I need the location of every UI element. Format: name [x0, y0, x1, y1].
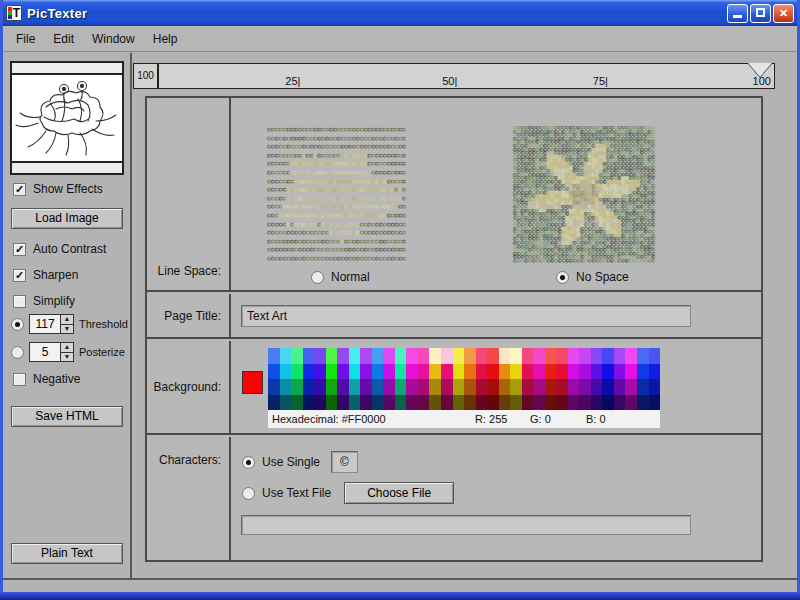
title-bar[interactable]: T PicTexter ✕	[0, 0, 800, 26]
line-space-label: Line Space:	[158, 264, 221, 278]
settings-panel: Line Space: ©©©©©©©©©©©©©©©©©©©©©©©©©©©©…	[145, 96, 763, 562]
page-title-row: Page Title:	[147, 294, 761, 339]
plain-text-button[interactable]: Plain Text	[11, 543, 123, 564]
text-file-path-input[interactable]	[241, 515, 691, 535]
show-effects-checkbox[interactable]	[13, 183, 26, 196]
use-single-option: Use Single	[242, 451, 358, 473]
sharpen-checkbox[interactable]	[13, 269, 26, 282]
ascii-art-normal: ©©©©©©©©©©©©©©©©©©©©©©©©©©©©©©©©©©©©©©©©…	[267, 126, 406, 264]
auto-contrast-row: Auto Contrast	[13, 241, 106, 257]
line-space-nospace-label: No Space	[576, 270, 629, 284]
show-effects-row: Show Effects	[13, 181, 103, 197]
palette-info-bar: Hexadecimal: #FF0000 R: 255 G: 0 B: 0	[268, 411, 660, 428]
sharpen-row: Sharpen	[13, 267, 78, 283]
menu-help[interactable]: Help	[144, 29, 187, 49]
save-html-button[interactable]: Save HTML	[11, 406, 123, 427]
client-area: Show Effects Load Image Auto Contrast Sh…	[3, 53, 797, 592]
app-icon: T	[6, 5, 22, 21]
sidebar: Show Effects Load Image Auto Contrast Sh…	[3, 53, 130, 578]
negative-checkbox[interactable]	[13, 373, 26, 386]
posterize-row: ▲ ▼ Posterize	[11, 341, 125, 363]
menu-edit[interactable]: Edit	[44, 29, 83, 49]
bottom-divider	[3, 578, 797, 580]
ruler-value-box: 100	[133, 63, 158, 89]
window-border-left	[0, 0, 3, 600]
threshold-down-arrow[interactable]: ▼	[61, 325, 73, 334]
line-space-normal-radio[interactable]	[311, 271, 324, 284]
sharpen-label: Sharpen	[33, 268, 78, 282]
use-single-label: Use Single	[262, 455, 320, 469]
menu-file[interactable]: File	[7, 29, 44, 49]
use-text-file-option: Use Text File Choose File	[242, 482, 454, 504]
line-space-nospace-radio[interactable]	[556, 271, 569, 284]
threshold-label: Threshold	[79, 318, 128, 330]
threshold-radio[interactable]	[11, 318, 24, 331]
hexadecimal-value: Hexadecimal: #FF0000	[272, 413, 386, 425]
threshold-spinner: ▲ ▼	[29, 314, 74, 334]
ruler-tick-25: 25|	[285, 75, 300, 87]
auto-contrast-checkbox[interactable]	[13, 243, 26, 256]
maximize-button[interactable]	[750, 4, 771, 23]
load-image-button[interactable]: Load Image	[11, 208, 123, 229]
ruler-tick-75: 75|	[593, 75, 608, 87]
color-palette[interactable]	[268, 348, 660, 410]
red-value: R: 255	[475, 413, 507, 425]
characters-row: Characters: Use Single Use Text File Cho…	[147, 437, 761, 560]
ruler-handle[interactable]	[748, 63, 772, 77]
choose-file-button[interactable]: Choose File	[344, 482, 454, 504]
threshold-up-arrow[interactable]: ▲	[61, 315, 73, 325]
ruler-slider[interactable]: 25| 50| 75| 100	[158, 63, 775, 89]
ascii-art-nospace: ©©©©©©©©©©©©©©©©©©©©©©©©©©©©©©©©©©©©©©©©…	[513, 126, 655, 263]
menu-window[interactable]: Window	[83, 29, 144, 49]
use-text-file-label: Use Text File	[262, 486, 331, 500]
color-palette-card: Hexadecimal: #FF0000 R: 255 G: 0 B: 0	[268, 348, 660, 428]
background-label: Background:	[154, 380, 221, 394]
use-text-file-radio[interactable]	[242, 487, 255, 500]
line-space-nospace-option: No Space	[556, 270, 629, 284]
image-preview	[10, 61, 124, 175]
source-image-drawing	[12, 77, 122, 161]
posterize-down-arrow[interactable]: ▼	[61, 353, 73, 362]
negative-label: Negative	[33, 372, 80, 386]
posterize-label: Posterize	[79, 346, 125, 358]
ruler-tick-50: 50|	[442, 75, 457, 87]
blue-value: B: 0	[586, 413, 606, 425]
close-button[interactable]: ✕	[773, 4, 794, 23]
simplify-row: Simplify	[13, 293, 75, 309]
posterize-radio[interactable]	[11, 346, 24, 359]
window-title: PicTexter	[27, 6, 87, 21]
line-space-row: Line Space: ©©©©©©©©©©©©©©©©©©©©©©©©©©©©…	[147, 98, 761, 292]
line-space-normal-label: Normal	[331, 270, 370, 284]
posterize-up-arrow[interactable]: ▲	[61, 343, 73, 353]
characters-label: Characters:	[159, 453, 221, 467]
green-value: G: 0	[530, 413, 551, 425]
posterize-value-input[interactable]	[30, 343, 60, 361]
sidebar-divider	[130, 53, 132, 578]
threshold-value-input[interactable]	[30, 315, 60, 333]
minimize-button[interactable]	[727, 4, 748, 23]
use-single-radio[interactable]	[242, 456, 255, 469]
background-row: Background: Hexadecimal: #FF0000 R: 255 …	[147, 341, 761, 435]
show-effects-label: Show Effects	[33, 182, 103, 196]
background-color-swatch[interactable]	[242, 371, 263, 394]
line-space-normal-option: Normal	[311, 270, 370, 284]
auto-contrast-label: Auto Contrast	[33, 242, 106, 256]
simplify-checkbox[interactable]	[13, 295, 26, 308]
single-character-input[interactable]	[331, 451, 358, 473]
page-title-input[interactable]	[241, 305, 691, 327]
page-title-label: Page Title:	[164, 309, 221, 323]
menu-bar: File Edit Window Help	[3, 26, 797, 52]
window-border-bottom	[0, 592, 800, 600]
posterize-spinner: ▲ ▼	[29, 342, 74, 362]
simplify-label: Simplify	[33, 294, 75, 308]
negative-row: Negative	[13, 371, 80, 387]
threshold-row: ▲ ▼ Threshold	[11, 313, 128, 335]
